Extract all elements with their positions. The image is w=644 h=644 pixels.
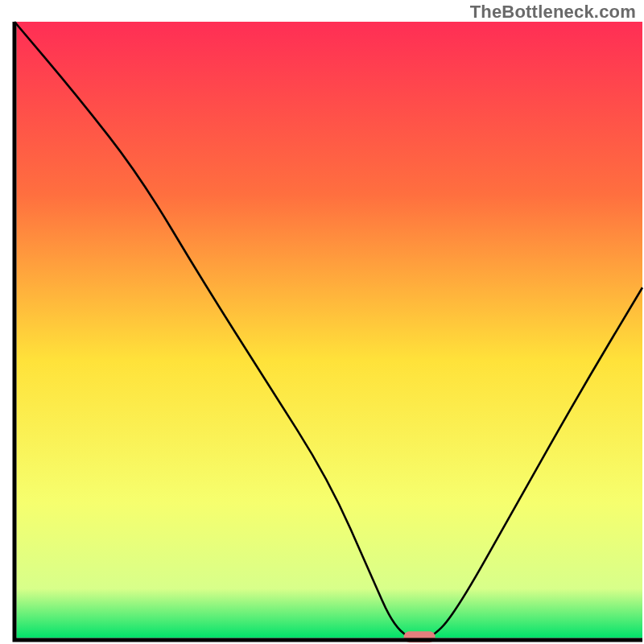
- chart-container: TheBottleneck.com: [0, 0, 644, 644]
- gradient-background: [17, 22, 643, 638]
- bottleneck-chart: [0, 20, 644, 644]
- plot-area: [0, 20, 644, 644]
